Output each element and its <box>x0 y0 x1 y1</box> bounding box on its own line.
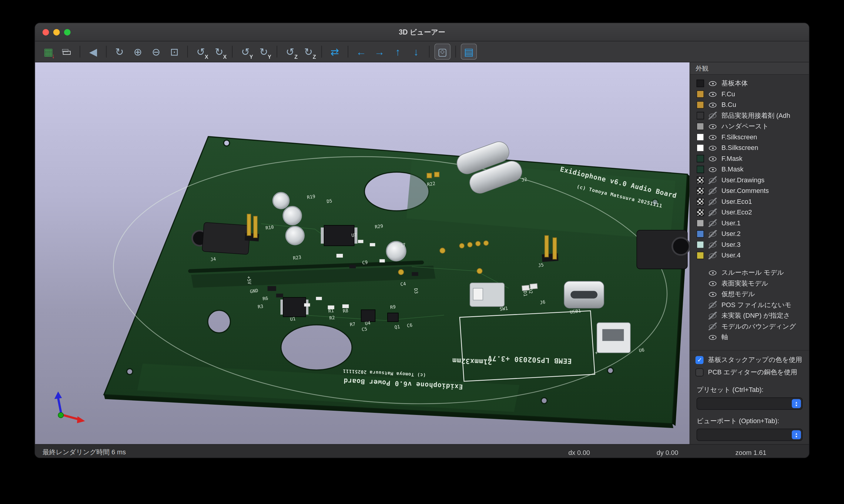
layer-color-swatch[interactable] <box>697 187 704 195</box>
layer-row[interactable]: User.2 <box>690 229 809 239</box>
visibility-eye-off-icon[interactable] <box>708 301 717 309</box>
visibility-eye-off-icon[interactable] <box>708 176 717 184</box>
layer-color-swatch[interactable] <box>697 80 704 87</box>
rotate-y-cw-button[interactable]: ↻Y <box>256 43 272 60</box>
rotate-z-ccw-icon: ↺ <box>286 47 294 57</box>
layer-color-swatch[interactable] <box>697 209 704 216</box>
flip-board-button[interactable]: ⇄ <box>327 43 343 60</box>
layer-color-swatch[interactable] <box>697 133 704 141</box>
model-row[interactable]: 仮想モデル <box>690 289 809 300</box>
layer-color-swatch[interactable] <box>697 166 704 173</box>
checkbox-unchecked[interactable] <box>696 368 704 377</box>
move-left-button[interactable]: ← <box>353 43 369 60</box>
layer-row[interactable]: B.Cu <box>690 100 809 110</box>
visibility-eye-off-icon[interactable] <box>708 187 717 195</box>
model-row[interactable]: スルーホール モデル <box>690 267 809 278</box>
move-up-button[interactable]: ↑ <box>390 43 406 60</box>
visibility-eye-off-icon[interactable] <box>708 198 717 205</box>
rotate-y-ccw-button[interactable]: ↺Y <box>237 43 254 60</box>
layer-color-swatch[interactable] <box>697 176 704 184</box>
zoom-fit-icon: ⊡ <box>170 47 178 57</box>
visibility-eye-icon[interactable] <box>708 166 717 173</box>
rotate-x-cw-button[interactable]: ↻X <box>211 43 227 60</box>
option-row[interactable]: ✓基板スタックアップの色を使用 <box>690 354 809 366</box>
visibility-eye-icon[interactable] <box>708 144 717 152</box>
rotate-z-ccw-button[interactable]: ↺Z <box>282 43 298 60</box>
layer-color-swatch[interactable] <box>697 230 704 238</box>
preset-combobox[interactable]: ▴▾ <box>697 397 803 410</box>
layer-row[interactable]: User.3 <box>690 239 809 250</box>
layer-color-swatch[interactable] <box>697 155 704 162</box>
layer-color-swatch[interactable] <box>697 198 704 205</box>
titlebar[interactable]: 3D ビューアー <box>35 23 809 41</box>
visibility-eye-off-icon[interactable] <box>708 252 717 259</box>
move-down-button[interactable]: ↓ <box>408 43 424 60</box>
zoom-out-button[interactable]: ⊖ <box>148 43 164 60</box>
visibility-eye-icon[interactable] <box>708 280 717 287</box>
model-row[interactable]: 未実装 (DNP) が指定さ <box>690 310 809 321</box>
layer-color-swatch[interactable] <box>697 123 704 130</box>
model-row[interactable]: 表面実装モデル <box>690 278 809 289</box>
layer-color-swatch[interactable] <box>697 112 704 119</box>
layer-color-swatch[interactable] <box>697 101 704 109</box>
visibility-eye-icon[interactable] <box>708 101 717 109</box>
visibility-eye-icon[interactable] <box>708 290 717 298</box>
layer-row[interactable]: User.Eco2 <box>690 207 809 218</box>
visibility-eye-off-icon[interactable] <box>708 323 717 330</box>
layer-row[interactable]: F.Mask <box>690 153 809 164</box>
layer-row[interactable]: User.4 <box>690 250 809 261</box>
layer-color-swatch[interactable] <box>697 219 704 227</box>
visibility-eye-off-icon[interactable] <box>708 312 717 320</box>
zoom-out-icon: ⊖ <box>152 47 160 57</box>
layer-color-swatch[interactable] <box>697 252 704 259</box>
model-row[interactable]: 軸 <box>690 332 809 343</box>
stepper-icon[interactable]: ▴▾ <box>792 430 801 439</box>
layer-row[interactable]: User.1 <box>690 218 809 229</box>
visibility-eye-icon[interactable] <box>708 123 717 130</box>
layer-row[interactable]: User.Drawings <box>690 175 809 186</box>
layer-row[interactable]: F.Cu <box>690 89 809 100</box>
orthographic-projection-button[interactable]: ▢◇ <box>434 43 450 60</box>
appearance-panel-button[interactable]: ▤ <box>461 43 477 60</box>
redraw-view-button[interactable]: ↻ <box>111 43 127 60</box>
rotate-x-ccw-button[interactable]: ↺X <box>193 43 209 60</box>
visibility-eye-icon[interactable] <box>708 80 717 87</box>
visibility-eye-off-icon[interactable] <box>708 230 717 238</box>
layer-row[interactable]: 基板本体 <box>690 78 809 89</box>
visibility-eye-icon[interactable] <box>708 269 717 276</box>
visibility-eye-off-icon[interactable] <box>708 209 717 216</box>
layer-color-swatch[interactable] <box>697 241 704 248</box>
reload-board-button[interactable]: ▦↓ <box>40 43 56 60</box>
layer-row[interactable]: ハンダペースト <box>690 121 809 132</box>
layer-row[interactable]: B.Mask <box>690 164 809 175</box>
visibility-eye-icon[interactable] <box>708 155 717 162</box>
copy-image-button[interactable]: ▭▭ <box>59 43 75 60</box>
checkbox-checked[interactable]: ✓ <box>696 356 704 364</box>
raytracing-toggle-button[interactable]: ◀ <box>85 43 101 60</box>
layer-color-swatch[interactable] <box>697 90 704 98</box>
viewport-combobox[interactable]: ▴▾ <box>697 429 803 441</box>
toolbar-separator <box>455 46 456 57</box>
model-row[interactable]: POS ファイルにないモ <box>690 300 809 310</box>
option-row[interactable]: PCB エディターの銅色を使用 <box>690 366 809 379</box>
visibility-eye-off-icon[interactable] <box>708 112 717 119</box>
layer-row[interactable]: 部品実装用接着剤 (Adh <box>690 110 809 121</box>
visibility-eye-icon[interactable] <box>708 90 717 98</box>
layer-row[interactable]: User.Eco1 <box>690 196 809 207</box>
visibility-eye-icon[interactable] <box>708 334 717 341</box>
visibility-eye-off-icon[interactable] <box>708 219 717 227</box>
rotate-z-cw-button[interactable]: ↻Z <box>300 43 316 60</box>
visibility-eye-off-icon[interactable] <box>708 241 717 248</box>
layer-row[interactable]: B.Silkscreen <box>690 143 809 154</box>
model-row[interactable]: モデルのバウンディング <box>690 321 809 332</box>
layer-row[interactable]: User.Comments <box>690 186 809 197</box>
move-right-button[interactable]: → <box>372 43 387 60</box>
layer-color-swatch[interactable] <box>697 144 704 152</box>
appearance-panel-icon: ▤ <box>464 47 474 57</box>
stepper-icon[interactable]: ▴▾ <box>792 399 801 408</box>
zoom-fit-button[interactable]: ⊡ <box>167 43 183 60</box>
layer-row[interactable]: F.Silkscreen <box>690 132 809 143</box>
zoom-in-button[interactable]: ⊕ <box>130 43 146 60</box>
viewport-3d[interactable]: Exidiophone v6.0 Audio Board(c) Tomoya M… <box>35 62 690 444</box>
visibility-eye-icon[interactable] <box>708 133 717 141</box>
